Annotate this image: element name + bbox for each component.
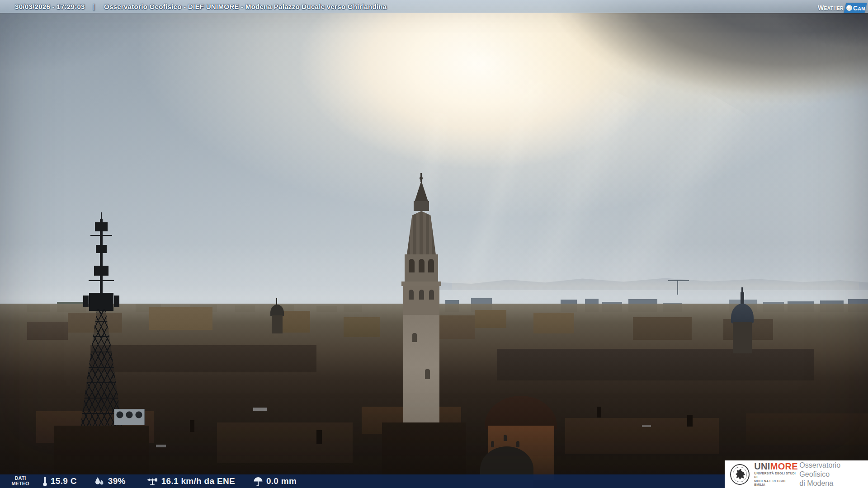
precipitation-reading: 0.0 mm (253, 476, 297, 486)
chimney (597, 407, 601, 418)
unimore-subtitle-line2: MODENA E REGGIO EMILIA (754, 479, 796, 487)
timestamp-bar: 30/03/2026 - 17:29:03 | Osservatorio Geo… (0, 0, 868, 13)
wind-value: 16.1 km/h da ENE (161, 476, 235, 486)
unimore-name: UNIMORE (754, 462, 796, 471)
tower-window (425, 369, 430, 379)
unimore-seal-icon (730, 464, 750, 485)
facade-statue (516, 441, 519, 447)
construction-crane-jib (668, 280, 689, 281)
antenna-equipment-box (96, 245, 107, 253)
rooftop-fan-unit (114, 409, 145, 425)
observatory-name-line1: Osservatorio Geofisico (799, 461, 868, 479)
weathercam-logo-badge: Cam (844, 3, 867, 13)
antenna-panel-platform (89, 293, 113, 311)
humidity-drops-icon (94, 476, 105, 486)
weathercam-logo-weather-text: Weather (818, 4, 844, 11)
weather-bar-label: DATI METEO (10, 476, 31, 486)
construction-crane (677, 280, 678, 295)
facade-statue (504, 435, 507, 441)
tower-cornice (401, 282, 441, 286)
antenna-equipment-box (94, 266, 108, 276)
antenna-equipment-box (95, 222, 108, 231)
tower-main-spire (407, 211, 436, 254)
weathercam-logo-cam-text: Cam (853, 4, 865, 11)
church-dome-drum (733, 322, 752, 353)
unimore-wordmark: UNIMORE UNIVERSITÀ DEGLI STUDI DI MODENA… (754, 462, 796, 487)
church-dome-lantern (741, 292, 744, 305)
wind-reading: 16.1 km/h da ENE (146, 476, 235, 486)
observatory-name-line2: di Modena (799, 479, 868, 488)
camera-title: Osservatorio Geofisico - DIEF UNIMORE - … (104, 3, 387, 10)
wind-vane-icon (146, 476, 158, 486)
temperature-value: 15.9 C (51, 476, 77, 486)
unimore-name-uni: UNI (754, 461, 770, 471)
unimore-subtitle-line1: UNIVERSITÀ DEGLI STUDI DI (754, 472, 796, 479)
camera-lens-icon (846, 5, 852, 11)
separator: | (93, 3, 95, 10)
webcam-frame: 30/03/2026 - 17:29:03 | Osservatorio Geo… (0, 0, 868, 488)
weathercam-logo: Weather Cam (818, 2, 866, 13)
stage-arch-window (429, 290, 434, 300)
unimore-name-more: MORE (770, 461, 798, 471)
tower-balustrade (414, 201, 429, 211)
unimore-branding-box: UNIMORE UNIVERSITÀ DEGLI STUDI DI MODENA… (725, 460, 868, 488)
unimore-subtitle: UNIVERSITÀ DEGLI STUDI DI MODENA E REGGI… (754, 472, 796, 487)
humidity-reading: 39% (94, 476, 126, 486)
stage-arch-window (419, 290, 424, 300)
antenna-lattice-tower (77, 212, 127, 429)
stage-arch-window (409, 290, 414, 300)
bell-arch-window (428, 259, 434, 272)
observatory-name: Osservatorio Geofisico di Modena (799, 461, 868, 488)
ghirlandina-tower (398, 173, 445, 429)
small-cupola-drum (272, 315, 283, 333)
antenna-crossarm (89, 280, 114, 281)
chimney (316, 430, 322, 444)
chimney (687, 415, 693, 427)
tower-bell-stage (405, 254, 438, 282)
facade-statue (491, 441, 494, 447)
thermometer-icon (42, 476, 47, 487)
antenna-panel (114, 296, 119, 307)
tower-window (412, 333, 417, 342)
weather-bar-label-line2: METEO (10, 481, 31, 487)
tower-shaft (403, 315, 439, 429)
precipitation-value: 0.0 mm (266, 476, 297, 486)
antenna-panel (83, 296, 89, 307)
tower-second-stage (403, 286, 439, 315)
temperature-reading: 15.9 C (42, 476, 77, 487)
bell-arch-window (419, 259, 425, 272)
bell-arch-window (409, 259, 415, 272)
tower-upper-spire (415, 181, 428, 202)
umbrella-icon (253, 476, 263, 486)
tower-finial-ball (420, 177, 423, 180)
antenna-crossarm (90, 235, 112, 236)
humidity-value: 39% (108, 476, 126, 486)
chimney (190, 420, 194, 432)
datetime-text: 30/03/2026 - 17:29:03 (15, 3, 85, 10)
